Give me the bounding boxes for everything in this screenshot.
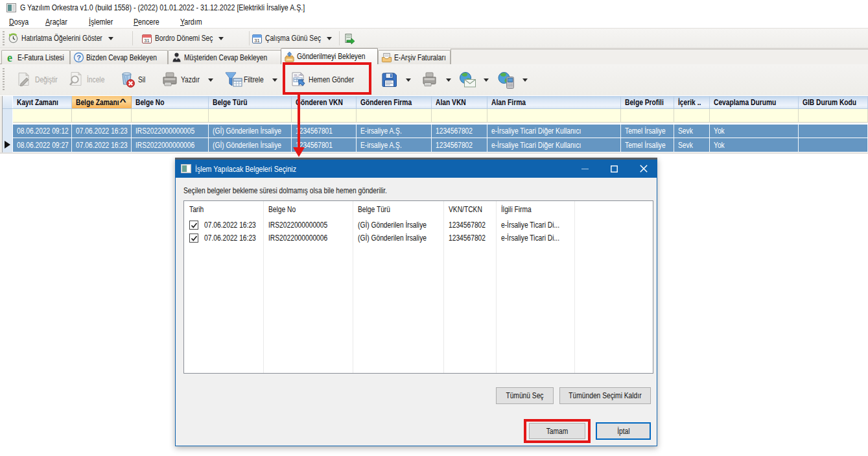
grid-cell-i-cerik[interactable]: Sevk [674, 125, 710, 138]
grid-cell-gib-durum-kodu[interactable] [799, 125, 868, 138]
grid-indicator-current-row[interactable] [3, 138, 13, 152]
list-column-header-tarih[interactable]: Tarih [189, 203, 204, 216]
grid-filter-cell-gib-durum-kodu[interactable] [799, 109, 868, 123]
svg-text:e: e [7, 52, 12, 63]
grid-cell-cevaplama-durumu[interactable]: Yok [710, 125, 799, 138]
grid-column-header-gib-durum-kodu[interactable]: GIB Durum Kodu [799, 96, 868, 108]
dropdown-caret-icon [484, 78, 489, 82]
grid-cell-alan-firma[interactable]: e-İrsaliye Ticari Diğer Kullanıcı [487, 138, 621, 152]
menu-item-araclar[interactable]: Araçlar [45, 16, 67, 28]
action-button-mail-globe[interactable] [458, 71, 489, 89]
grid-filter-cell-belge-turu[interactable] [209, 109, 292, 123]
grid-filter-cell-i-cerik[interactable] [674, 109, 710, 123]
list-cell-tarih[interactable]: 07.06.2022 16:23 [204, 219, 256, 232]
grid-filter-cell-cevaplama-durumu[interactable] [710, 109, 799, 123]
toolbar-button-hatirlatma-ogelerini-goster[interactable]: Hatırlatma Öğelerini Göster [8, 30, 113, 46]
list-cell-belge-no[interactable]: IRS2022000000005 [268, 219, 327, 232]
grid-column-header-kayit-zamani[interactable]: Kayıt Zamanı [13, 96, 72, 108]
grid-filter-cell-belge-profili[interactable] [621, 109, 674, 123]
list-cell-vkn-tckn[interactable]: 1234567802 [449, 232, 486, 245]
grid-cell-alan-firma[interactable]: e-İrsaliye Ticari Diğer Kullanıcı [487, 125, 621, 138]
grid-column-header-gonderen-vkn[interactable]: Gönderen VKN [292, 96, 357, 108]
list-cell-belge-turu[interactable]: (Gİ) Gönderilen İrsaliye [358, 232, 427, 245]
list-column-header-belge-no[interactable]: Belge No [268, 203, 296, 216]
tab-e-arsiv-faturalari[interactable]: E-Arşiv Faturaları [378, 50, 451, 64]
grid-filter-cell-gonderen-firma[interactable] [357, 109, 432, 123]
grid-cell-belge-turu[interactable]: (Gİ) Gönderilen İrsaliye [209, 138, 292, 152]
grid-column-header-belge-zamani[interactable]: Belge Zamanı^ [72, 96, 132, 108]
tab-musteriden-cevap-bekleyen[interactable]: Müşteriden Cevap Bekleyen [168, 50, 281, 64]
grid-cell-cevaplama-durumu[interactable]: Yok [710, 138, 799, 152]
menu-item-dosya[interactable]: Dosya [9, 16, 29, 28]
ok-button[interactable]: Tamam [529, 423, 585, 439]
menu-item-yardim[interactable]: Yardım [180, 16, 202, 28]
toolbar-button-bordro-donemi-sec[interactable]: 31Bordro Dönemi Seç [141, 30, 224, 46]
grid-column-header-alan-firma[interactable]: Alan Firma [487, 96, 621, 108]
grid-cell-i-cerik[interactable]: Sevk [674, 138, 710, 152]
list-column-header-vkn-tckn[interactable]: VKN/TCKN [449, 203, 482, 216]
grid-column-header-cevaplama-durumu[interactable]: Cevaplama Durumu [710, 96, 799, 108]
menu-item-pencere[interactable]: Pencere [134, 16, 159, 28]
column-header-label: GIB Durum Kodu [803, 98, 856, 107]
grid-filter-cell-alan-firma[interactable] [487, 109, 621, 123]
grid-cell-text: Temel İrsaliye [625, 126, 666, 136]
dialog-close-button[interactable] [633, 160, 654, 178]
grid-cell-belge-no[interactable]: IRS2022000000006 [132, 138, 209, 152]
menu-item-label: Pencere [134, 16, 159, 28]
select-all-button[interactable]: Tümünü Seç [496, 387, 554, 404]
list-cell-belge-no[interactable]: IRS2022000000006 [268, 232, 327, 245]
action-button-yazdir[interactable]: Yazdır [161, 71, 213, 89]
grid-filter-cell-gonderen-vkn[interactable] [292, 109, 357, 123]
cancel-button[interactable]: İptal [596, 422, 651, 440]
grid-cell-gonderen-vkn[interactable]: 1234567801 [292, 125, 357, 138]
list-cell-vkn-tckn[interactable]: 1234567802 [449, 219, 486, 232]
action-button-printer2[interactable] [421, 71, 451, 89]
grid-filter-cell-alan-vkn[interactable] [432, 109, 487, 123]
list-column-header-belge-turu[interactable]: Belge Türü [358, 203, 390, 216]
action-button-i-ncele[interactable]: İncele [67, 71, 104, 89]
action-button-sil[interactable]: Sil [119, 71, 145, 89]
grid-cell-gonderen-firma[interactable]: E-irsaliye A.Ş. [357, 125, 432, 138]
grid-column-header-alan-vkn[interactable]: Alan VKN [432, 96, 487, 108]
grid-cell-belge-no[interactable]: IRS2022000000005 [132, 125, 209, 138]
row-checkbox-checked[interactable] [189, 221, 198, 230]
grid-cell-alan-vkn[interactable]: 1234567802 [432, 138, 487, 152]
grid-filter-cell-kayit-zamani[interactable] [13, 109, 72, 123]
toolbar-button-export[interactable] [344, 30, 355, 46]
grid-cell-belge-zamani[interactable]: 07.06.2022 16:23 [72, 125, 132, 138]
grid-cell-kayit-zamani[interactable]: 08.06.2022 09:27 [13, 138, 72, 152]
grid-column-header-i-cerik[interactable]: İçerik .. [674, 96, 710, 108]
grid-cell-belge-profili[interactable]: Temel İrsaliye [621, 125, 674, 138]
tab-bizden-cevap-bekleyen[interactable]: ?Bizden Cevap Bekleyen [70, 50, 168, 64]
grid-filter-cell-belge-zamani[interactable] [72, 109, 132, 123]
list-cell-i-lgili-firma[interactable]: e-İrsaliye Ticari Di... [501, 232, 559, 245]
grid-cell-belge-turu[interactable]: (Gİ) Gönderilen İrsaliye [209, 125, 292, 138]
grid-column-header-belge-profili[interactable]: Belge Profili [621, 96, 674, 108]
list-cell-i-lgili-firma[interactable]: e-İrsaliye Ticari Di... [501, 219, 559, 232]
grid-cell-gib-durum-kodu[interactable] [799, 138, 868, 152]
tab-e-fatura-listesi[interactable]: eE-Fatura Listesi [1, 50, 70, 64]
action-button-globe-phone[interactable] [497, 71, 528, 89]
grid-filter-cell-belge-no[interactable] [132, 109, 209, 123]
action-button-save[interactable] [381, 71, 411, 89]
row-checkbox-checked[interactable] [189, 234, 198, 243]
grid-indicator-cell[interactable] [3, 125, 13, 138]
toolbar-button-calisma-gunu-sec[interactable]: 31Çalışma Günü Seç [252, 30, 332, 46]
menu-item-i-slemler[interactable]: İşlemler [89, 16, 113, 28]
dialog-minimize-button[interactable] [574, 160, 595, 178]
grid-cell-alan-vkn[interactable]: 1234567802 [432, 125, 487, 138]
grid-cell-belge-zamani[interactable]: 07.06.2022 16:23 [72, 138, 132, 152]
grid-column-header-belge-no[interactable]: Belge No [132, 96, 209, 108]
deselect-all-button[interactable]: Tümünden Seçimi Kaldır [559, 387, 651, 404]
list-cell-belge-turu[interactable]: (Gİ) Gönderilen İrsaliye [358, 219, 427, 232]
action-button-filtrele[interactable]: Filtrele [224, 71, 277, 89]
list-cell-tarih[interactable]: 07.06.2022 16:23 [204, 232, 256, 245]
action-button-degistir[interactable]: Değiştir [16, 71, 58, 89]
grid-cell-gonderen-firma[interactable]: E-irsaliye A.Ş. [357, 138, 432, 152]
list-column-header-i-lgili-firma[interactable]: İlgili Firma [501, 203, 532, 216]
dialog-maximize-button[interactable] [604, 160, 624, 178]
grid-cell-belge-profili[interactable]: Temel İrsaliye [621, 138, 674, 152]
grid-cell-kayit-zamani[interactable]: 08.06.2022 09:12 [13, 125, 72, 138]
grid-column-header-gonderen-firma[interactable]: Gönderen Firma [357, 96, 432, 108]
grid-column-header-belge-turu[interactable]: Belge Türü [209, 96, 292, 108]
